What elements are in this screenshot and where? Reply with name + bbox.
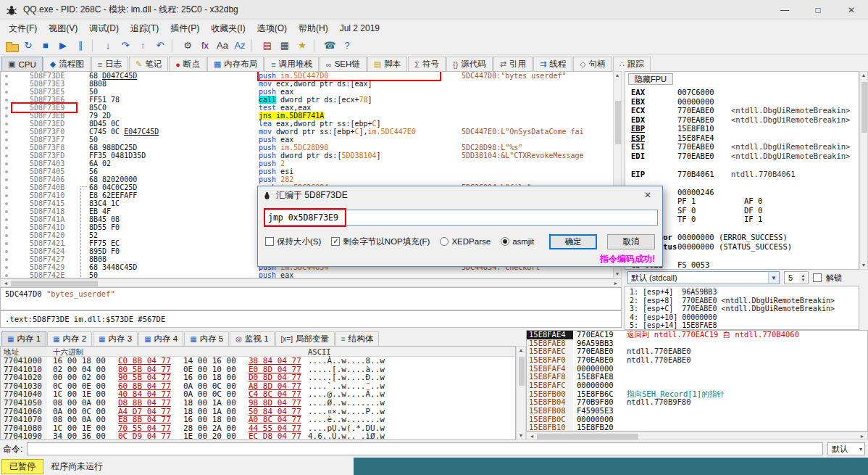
- scroll-down-icon[interactable]: [517, 432, 525, 439]
- dump-row[interactable]: 7704105008 00 0A 00D8 8B 04 7718 00 1A 0…: [1, 399, 515, 408]
- tab-struct[interactable]: ≡结构体: [335, 331, 379, 346]
- script-icon[interactable]: ▤: [259, 38, 275, 54]
- tab-symbols[interactable]: Σ符号: [408, 57, 446, 71]
- step-back-icon[interactable]: ↶: [152, 38, 168, 54]
- tab-threads[interactable]: ⇉线程: [533, 57, 572, 71]
- disasm-row[interactable]: 5D8F73F750push eax: [1, 136, 613, 144]
- stack-row[interactable]: 15E8FB1015E8FB20: [527, 424, 867, 431]
- argument-row-1[interactable]: 1: [esp+4] 96A59BB3: [630, 288, 859, 297]
- tab-log[interactable]: ≡日志: [91, 57, 128, 71]
- scroll-left-icon[interactable]: [1, 279, 10, 286]
- arg-count-stepper[interactable]: 5 ▲▼: [784, 271, 809, 284]
- stack-row[interactable]: 15E8FAE4770EAC19返回到 ntdll.770EAC19 自 ntd…: [527, 331, 867, 339]
- register-row[interactable]: EAX007C6000: [625, 88, 859, 97]
- stepper-arrows-icon[interactable]: ▲▼: [799, 273, 807, 283]
- chevron-down-icon[interactable]: ▼: [768, 272, 779, 284]
- stack-horizontal-scrollbar[interactable]: [526, 431, 868, 440]
- disasm-horizontal-scrollbar[interactable]: [0, 278, 622, 287]
- tab-memory-map[interactable]: ▦内存布局: [207, 57, 264, 71]
- arguments-pane[interactable]: 1: [esp+4] 96A59BB32: [esp+8] 770EABE0 <…: [625, 286, 859, 330]
- menu-item-8[interactable]: Jul 2 2019: [334, 22, 385, 35]
- command-mode-select[interactable]: 默认 ▾: [827, 442, 865, 455]
- register-row[interactable]: EDI770EABE0<ntdll.DbgUiRemoteBreakin>: [625, 152, 859, 161]
- fx-icon[interactable]: fx: [197, 38, 213, 54]
- phone-icon[interactable]: ☎: [322, 38, 338, 54]
- stack-row[interactable]: 15E8FAFC00000000: [527, 381, 867, 390]
- dump-row[interactable]: 7704100016 00 18 00C0 8B 04 7714 00 16 0…: [1, 357, 515, 365]
- disasm-row[interactable]: 5D8F73F0C745 0C E047C45Dmov dword ptr ss…: [1, 128, 613, 136]
- dump-pane[interactable]: 地址 十六进制 ASCII 7704100016 00 18 00C0 8B 0…: [0, 346, 516, 440]
- scroll-right-icon[interactable]: [858, 432, 867, 439]
- asmjit-radio[interactable]: asmjit: [501, 237, 534, 246]
- tab-memory-2[interactable]: ▦内存 2: [47, 331, 92, 346]
- menu-item-6[interactable]: 选项(O): [251, 21, 293, 36]
- disasm-row[interactable]: 5D8F73EB79 2Djns im.5D8F741A: [1, 112, 613, 120]
- favourites-icon[interactable]: ★: [294, 38, 310, 54]
- nop-fill-checkbox[interactable]: ✓ 剩余字节以NOP填充(F): [331, 236, 430, 247]
- ok-button[interactable]: 确定: [549, 234, 597, 249]
- scroll-down-icon[interactable]: [614, 270, 621, 278]
- step-over-icon[interactable]: ↷: [117, 38, 133, 54]
- calling-convention-select[interactable]: 默认 (stdcall) ▼: [627, 271, 780, 284]
- disasm-row[interactable]: 5D8F740668 82020000push 282: [1, 175, 613, 183]
- argument-row-3[interactable]: 3: [esp+C] 770EABE0 <ntdll.DbgUiRemoteBr…: [630, 305, 859, 313]
- stack-pane[interactable]: 15E8FAE4770EAC19返回到 ntdll.770EAC19 自 ntd…: [526, 330, 868, 431]
- registers-vertical-scrollbar[interactable]: [859, 71, 868, 270]
- menu-item-3[interactable]: 追踪(T): [125, 21, 164, 36]
- tab-source[interactable]: {}源代码: [446, 57, 493, 71]
- scroll-down-icon[interactable]: [860, 262, 867, 269]
- help-icon[interactable]: ?: [339, 38, 355, 54]
- run-icon[interactable]: ▶: [55, 38, 71, 54]
- register-row[interactable]: ESI770EABE0<ntdll.DbgUiRemoteBreakin>: [625, 142, 859, 152]
- open-file-icon[interactable]: [3, 38, 19, 54]
- patches-icon[interactable]: ▦: [277, 38, 293, 54]
- scroll-up-icon[interactable]: [517, 347, 525, 354]
- tab-trace[interactable]: ∴跟踪: [613, 57, 651, 71]
- scroll-up-icon[interactable]: [614, 72, 621, 79]
- scroll-up-icon[interactable]: [860, 72, 867, 79]
- tab-memory-5[interactable]: ▦内存 5: [184, 331, 229, 346]
- disasm-row[interactable]: 5D8F73E985C0test eax,eax: [1, 104, 613, 112]
- disasm-row[interactable]: 5D8F73DE68 D047C45Dpush im.5DC447D05DC44…: [1, 72, 613, 80]
- tab-watch-1[interactable]: ◎监视 1: [230, 331, 274, 346]
- sort-az-icon[interactable]: Az: [232, 38, 248, 54]
- disasm-row[interactable]: 5D8F73ED8D45 0Clea eax,dword ptr ss:[ebp…: [1, 120, 613, 128]
- tab-memory-4[interactable]: ▦内存 4: [138, 331, 183, 346]
- tab-breakpoints[interactable]: ●断点: [169, 57, 206, 71]
- scroll-left-icon[interactable]: [527, 432, 536, 439]
- menu-item-7[interactable]: 帮助(H): [293, 21, 334, 36]
- argument-row-4[interactable]: 4: [esp+10] 00000000: [630, 313, 859, 322]
- dump-row[interactable]: 7704107008 00 0A 00E8 8B 04 7716 00 18 0…: [1, 416, 515, 424]
- register-row[interactable]: EIP770B4061ntdll.770B4061: [625, 170, 859, 179]
- tab-cpu[interactable]: ▣CPU: [1, 57, 43, 71]
- minimize-button[interactable]: —: [768, 0, 801, 20]
- register-row[interactable]: ECX770EABE0<ntdll.DbgUiRemoteBreakin>: [625, 106, 859, 115]
- menu-item-2[interactable]: 调试(D): [83, 21, 125, 36]
- stop-icon[interactable]: ■: [38, 38, 54, 54]
- run-till-return-icon[interactable]: ↑: [135, 38, 151, 54]
- pause-icon[interactable]: ∥: [72, 38, 88, 54]
- menu-item-5[interactable]: 收藏夹(I): [205, 21, 251, 36]
- unlock-checkbox[interactable]: [813, 273, 822, 282]
- assembly-instruction-input[interactable]: [264, 210, 658, 226]
- tab-references[interactable]: ⇄引用: [493, 57, 533, 71]
- register-row[interactable]: EBP15E8FB10: [625, 124, 859, 133]
- disasm-row[interactable]: 5D8F74036A 02push 2: [1, 160, 613, 168]
- tab-memory-3[interactable]: ▦内存 3: [93, 331, 138, 346]
- dialog-close-icon[interactable]: ✕: [638, 190, 658, 200]
- disasm-row[interactable]: 5D8F73E550push eax: [1, 88, 613, 96]
- tab-handles[interactable]: ◇句柄: [573, 57, 612, 71]
- step-into-icon[interactable]: ↓: [100, 38, 116, 54]
- tab-memory-1[interactable]: ▦内存 1: [1, 331, 46, 346]
- tab-graph[interactable]: ◆流程图: [43, 57, 91, 71]
- dump-row[interactable]: 7704109034 00 36 000C D9 04 771E 00 20 0…: [1, 432, 515, 440]
- cancel-button[interactable]: 取消: [607, 234, 655, 249]
- menu-item-0[interactable]: 文件(F): [3, 21, 43, 36]
- xedparse-radio[interactable]: XEDParse: [440, 237, 491, 246]
- tab-seh[interactable]: ∞SEH链: [320, 57, 367, 71]
- restart-icon[interactable]: ↻: [20, 38, 36, 54]
- maximize-button[interactable]: □: [801, 0, 835, 20]
- tab-script[interactable]: ▤脚本: [367, 57, 407, 71]
- argument-row-2[interactable]: 2: [esp+8] 770EABE0 <ntdll.DbgUiRemoteBr…: [630, 297, 859, 305]
- menu-item-1[interactable]: 视图(V): [43, 21, 83, 36]
